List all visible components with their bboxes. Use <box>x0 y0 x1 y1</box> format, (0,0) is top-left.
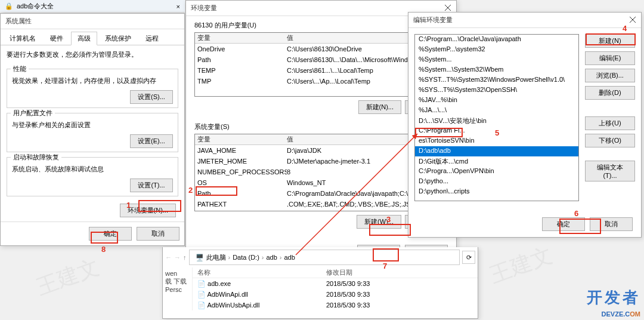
settings-t-button[interactable]: 设置(T)... <box>130 179 173 192</box>
close-icon[interactable]: × <box>177 3 180 10</box>
explorer-window: ← → ↑ 🖥️此电脑› Data (D:)› adb› adb ⟳ wen 载… <box>162 247 478 319</box>
edit-env-window: 编辑环境变量 C:\Program...\Oracle\Java\javapat… <box>408 12 642 238</box>
side-item[interactable]: Persc <box>165 286 190 293</box>
tab-hardware[interactable]: 硬件 <box>44 32 70 45</box>
group-profile-desc: 与登录帐户相关的桌面设置 <box>12 121 173 130</box>
group-performance-desc: 视觉效果，处理器计划，内存使用，以及虚拟内存 <box>12 76 173 85</box>
path-row[interactable]: D:\python\...cripts <box>415 187 578 197</box>
col-name[interactable]: 名称 <box>197 268 317 277</box>
tab-title: adb命令大全 <box>17 2 54 11</box>
settings-e-button[interactable]: 设置(E)... <box>130 134 173 148</box>
system-properties-window: 系统属性 计算机名 硬件 高级 系统保护 远程 要进行大多数更改，您必须作为管理… <box>0 13 185 246</box>
col-var: 变量 <box>197 135 287 144</box>
bc-seg[interactable]: adb <box>264 254 279 261</box>
path-row[interactable]: C:\Program Fi... <box>415 126 578 136</box>
settings-s-button[interactable]: 设置(S)... <box>130 90 173 104</box>
group-startup-desc: 系统启动、系统故障和调试信息 <box>12 165 173 174</box>
tab-protection[interactable]: 系统保护 <box>98 32 138 45</box>
refresh-icon[interactable]: ⟳ <box>462 251 475 264</box>
path-row[interactable]: %SystemP...\system32 <box>415 45 578 55</box>
side-item[interactable]: wen <box>165 270 190 277</box>
file-row[interactable]: 📄 AdbWinApi.dll2018/5/30 9:33 <box>193 289 478 300</box>
path-row[interactable]: D:\pytho... <box>415 177 578 187</box>
window-title: 系统属性 <box>5 17 32 26</box>
path-row[interactable]: D:\Git版本...\cmd <box>415 156 578 167</box>
env-vars-button[interactable]: 环境变量(N)... <box>120 204 176 217</box>
window-title: 编辑环境变量 <box>413 16 453 24</box>
new-button[interactable]: 新建(N) <box>585 34 635 48</box>
col-date[interactable]: 修改日期 <box>326 268 352 277</box>
path-row[interactable]: %JAV...%\bin <box>415 96 578 106</box>
path-list[interactable]: C:\Program...\Oracle\Java\javapath%Syste… <box>414 34 579 201</box>
up-icon[interactable]: ↑ <box>183 254 187 261</box>
bc-seg[interactable]: 此电脑 <box>206 253 226 262</box>
path-row[interactable]: %SYS...T%\System32\OpenSSH\ <box>415 85 578 96</box>
edit-text-button[interactable]: 编辑文本(T)... <box>585 161 635 181</box>
path-row[interactable]: C:\Program...\Oracle\Java\javapath <box>415 35 578 45</box>
path-row[interactable]: %System... <box>415 55 578 65</box>
user-new-button[interactable]: 新建(N)... <box>358 100 401 114</box>
edit-button[interactable]: 编辑(E) <box>585 51 635 65</box>
bc-seg[interactable]: adb <box>282 254 298 261</box>
breadcrumb[interactable]: 🖥️此电脑› Data (D:)› adb› adb <box>189 250 460 265</box>
side-item[interactable]: 载 下载 <box>165 277 190 286</box>
devze-logo: 开发者 DEVZE.COM <box>587 290 640 319</box>
back-icon[interactable]: ← <box>165 254 172 261</box>
path-row[interactable]: D:\adb\adb <box>415 146 578 156</box>
path-row[interactable]: C:\Progra...\OpenVPN\bin <box>415 167 578 177</box>
sys-new-button[interactable]: 新建(W)... <box>357 215 401 229</box>
ok-button[interactable]: 确定 <box>542 217 585 231</box>
tab-computer-name[interactable]: 计算机名 <box>3 32 42 45</box>
path-row[interactable]: %JA...\...\ <box>415 106 578 116</box>
browse-button[interactable]: 浏览(B)... <box>585 69 635 82</box>
group-performance-title: 性能 <box>11 64 29 73</box>
bc-seg[interactable]: Data (D:) <box>230 254 262 261</box>
tab-advanced[interactable]: 高级 <box>71 32 97 45</box>
down-button[interactable]: 下移(O) <box>585 134 635 147</box>
annot-8: 8 <box>101 245 106 254</box>
window-title: 环境变量 <box>191 4 217 13</box>
col-var: 变量 <box>197 33 287 42</box>
ok-button[interactable]: 确定 <box>89 227 132 241</box>
delete-button[interactable]: 删除(D) <box>585 86 635 100</box>
forward-icon[interactable]: → <box>174 254 181 261</box>
up-button[interactable]: 上移(U) <box>585 116 635 130</box>
group-startup-title: 启动和故障恢复 <box>11 153 61 162</box>
file-row[interactable]: 📄 adb.exe2018/5/30 9:33 <box>193 278 478 289</box>
path-row[interactable]: es\TortoiseSVN\bin <box>415 136 578 146</box>
lock-icon: 🔒 <box>5 2 13 10</box>
path-row[interactable]: D:\...\SV...\安装地址\bin <box>415 116 578 126</box>
path-row[interactable]: %SYST...T%\System32\WindowsPowerShell\v1… <box>415 75 578 85</box>
admin-note: 要进行大多数更改，您必须作为管理员登录。 <box>1 45 184 64</box>
watermark: 王建文 <box>33 253 103 302</box>
pc-icon: 🖥️ <box>196 254 204 261</box>
watermark: 王建文 <box>486 241 556 290</box>
group-profile-title: 用户配置文件 <box>11 109 55 118</box>
path-row[interactable]: %System...\System32\Wbem <box>415 65 578 75</box>
tabbar: 计算机名 硬件 高级 系统保护 远程 <box>1 29 184 45</box>
close-icon[interactable] <box>627 14 639 25</box>
tab-remote[interactable]: 远程 <box>139 32 165 45</box>
file-row[interactable]: 📄 AdbWinUsbApi.dll2018/5/30 9:33 <box>193 300 478 310</box>
cancel-button[interactable]: 取消 <box>590 217 633 231</box>
cancel-button[interactable]: 取消 <box>137 227 179 241</box>
